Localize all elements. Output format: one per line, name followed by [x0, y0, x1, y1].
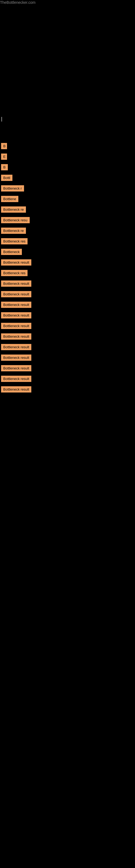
label-row-20: Bottleneck result — [0, 342, 135, 352]
bottleneck-label-11: Bottleneck — [1, 249, 22, 255]
bottleneck-label-13: Bottleneck res — [1, 270, 28, 276]
label-row-7: Bottleneck re — [0, 204, 135, 215]
bottleneck-label-4: Bottl — [1, 175, 12, 181]
bottleneck-label-22: Bottleneck result — [1, 365, 31, 371]
label-row-21: Bottleneck result — [0, 352, 135, 363]
label-row-14: Bottleneck result — [0, 278, 135, 289]
label-row-6: Bottlene — [0, 194, 135, 204]
spacer-1 — [0, 124, 135, 141]
bottleneck-label-14: Bottleneck result — [1, 280, 31, 287]
label-row-17: Bottleneck result — [0, 310, 135, 321]
bottleneck-label-2: E — [1, 154, 7, 160]
label-row-2: E — [0, 151, 135, 162]
bottleneck-label-23: Bottleneck result — [1, 376, 31, 382]
bottleneck-label-21: Bottleneck result — [1, 354, 31, 361]
bottleneck-label-5: Bottleneck r — [1, 185, 24, 191]
label-row-23: Bottleneck result — [0, 373, 135, 384]
bottleneck-label-12: Bottleneck result — [1, 259, 31, 266]
bottleneck-label-20: Bottleneck result — [1, 344, 31, 350]
bottleneck-label-8: Bottleneck resu — [1, 217, 30, 223]
bottleneck-label-6: Bottlene — [1, 196, 18, 202]
label-row-8: Bottleneck resu — [0, 215, 135, 225]
top-black-area — [0, 5, 135, 113]
label-row-24: Bottleneck result — [0, 384, 135, 395]
bottleneck-label-10: Bottleneck res — [1, 238, 28, 244]
bottleneck-label-16: Bottleneck result — [1, 302, 31, 308]
bottleneck-label-15: Bottleneck result — [1, 291, 31, 297]
bottleneck-label-7: Bottleneck re — [1, 207, 26, 213]
site-title: TheBottlenecker.com — [0, 0, 135, 5]
label-row-12: Bottleneck result — [0, 257, 135, 268]
label-row-19: Bottleneck result — [0, 331, 135, 342]
label-row-4: Bottl — [0, 173, 135, 183]
bottleneck-label-1: B — [1, 143, 7, 149]
label-row-5: Bottleneck r — [0, 183, 135, 194]
label-row-18: Bottleneck result — [0, 321, 135, 331]
label-row-15: Bottleneck result — [0, 289, 135, 300]
bottleneck-label-9: Bottleneck re — [1, 227, 26, 234]
bottleneck-label-17: Bottleneck result — [1, 312, 31, 318]
bottleneck-label-18: Bottleneck result — [1, 323, 31, 329]
label-row-10: Bottleneck res — [0, 236, 135, 247]
bottleneck-label-24: Bottleneck result — [1, 386, 31, 393]
label-row-1: B — [0, 141, 135, 151]
label-row-11: Bottleneck — [0, 247, 135, 257]
bottleneck-label-3: B — [1, 164, 8, 170]
cursor-row: | — [0, 113, 135, 124]
label-row-16: Bottleneck result — [0, 300, 135, 310]
bottleneck-label-19: Bottleneck result — [1, 333, 31, 340]
label-row-13: Bottleneck res — [0, 268, 135, 278]
label-row-22: Bottleneck result — [0, 363, 135, 373]
label-row-9: Bottleneck re — [0, 225, 135, 236]
label-row-3: B — [0, 162, 135, 173]
